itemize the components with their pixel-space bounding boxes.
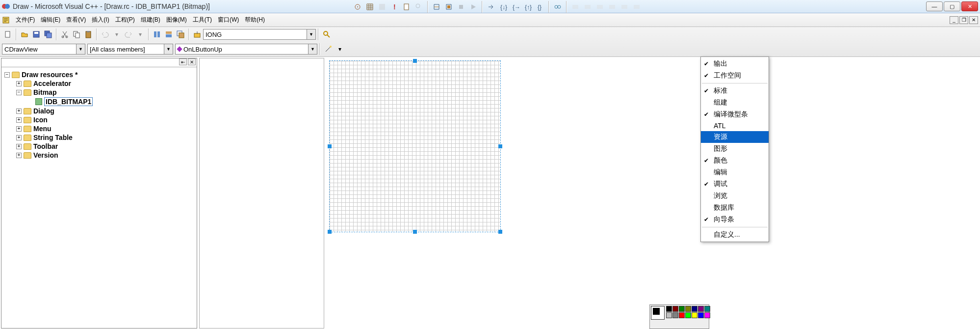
palette-color[interactable] bbox=[692, 312, 697, 318]
cm-color[interactable]: ✔颜色 bbox=[701, 155, 769, 166]
expand-icon[interactable]: + bbox=[16, 153, 22, 158]
mdi-minimize[interactable]: _ bbox=[950, 16, 958, 24]
palette-color[interactable] bbox=[679, 306, 685, 312]
dropdown-arrow-icon[interactable]: ▼ bbox=[164, 44, 173, 54]
tree-dialog[interactable]: + Dialog bbox=[16, 107, 194, 115]
palette-color[interactable] bbox=[666, 306, 672, 312]
info-button[interactable]: ! bbox=[388, 1, 400, 13]
tree-menu[interactable]: + Menu bbox=[16, 124, 194, 133]
palette-color[interactable] bbox=[692, 306, 697, 312]
cm-browse[interactable]: 浏览 bbox=[701, 190, 769, 202]
run-to-cursor-button[interactable]: {} bbox=[534, 1, 546, 13]
cm-graphics[interactable]: 图形 bbox=[701, 143, 769, 155]
members-combo[interactable]: [All class members] ▼ bbox=[87, 44, 173, 55]
menu-insert[interactable]: 插入(I) bbox=[89, 14, 112, 26]
dropdown-arrow-icon[interactable]: ▼ bbox=[307, 29, 315, 39]
palette-color[interactable] bbox=[704, 312, 710, 318]
cm-custom[interactable]: 自定义... bbox=[701, 229, 769, 241]
bitmap-canvas[interactable] bbox=[329, 60, 501, 232]
resize-handle-top[interactable] bbox=[413, 59, 417, 63]
cm-database[interactable]: 数据库 bbox=[701, 202, 769, 214]
palette-color[interactable] bbox=[698, 306, 704, 312]
palette-color[interactable] bbox=[679, 312, 685, 318]
palette-color[interactable] bbox=[685, 312, 691, 318]
quickwatch-button[interactable] bbox=[552, 1, 564, 13]
undo-button[interactable] bbox=[99, 28, 111, 40]
cm-workspace[interactable]: ✔工作空间 bbox=[701, 70, 769, 82]
mdi-close[interactable]: ✕ bbox=[969, 16, 978, 24]
tree-string-table[interactable]: + String Table bbox=[16, 133, 194, 142]
registers-button[interactable] bbox=[594, 1, 606, 13]
expand-icon[interactable]: + bbox=[16, 109, 22, 114]
step-over-button[interactable]: {→} bbox=[510, 1, 521, 13]
cm-debug[interactable]: ✔调试 bbox=[701, 178, 769, 190]
output-button[interactable] bbox=[163, 28, 175, 40]
save-button[interactable] bbox=[30, 28, 42, 40]
tree-toolbar[interactable]: + Toolbar bbox=[16, 142, 194, 151]
grid-button[interactable] bbox=[364, 1, 376, 13]
menu-window[interactable]: 窗口(W) bbox=[215, 14, 242, 26]
tree-accelerator[interactable]: + Accelerator bbox=[16, 79, 194, 88]
cm-standard[interactable]: ✔标准 bbox=[701, 85, 769, 97]
disassembly-button[interactable] bbox=[631, 1, 643, 13]
redo-button[interactable] bbox=[123, 28, 134, 40]
expand-icon[interactable]: + bbox=[16, 117, 22, 123]
menu-tools[interactable]: 工具(T) bbox=[190, 14, 215, 26]
compile-button[interactable] bbox=[431, 1, 442, 13]
cm-build[interactable]: 组建 bbox=[701, 97, 769, 109]
resize-handle-bottom-right[interactable] bbox=[498, 230, 502, 234]
collapse-icon[interactable]: − bbox=[4, 72, 10, 78]
new-image-button[interactable] bbox=[401, 1, 413, 13]
step-into-button[interactable]: {↓} bbox=[497, 1, 509, 13]
find-tool-icon[interactable] bbox=[191, 28, 203, 40]
menu-build[interactable]: 组建(B) bbox=[138, 14, 163, 26]
copy-button[interactable] bbox=[71, 28, 82, 40]
search-button[interactable] bbox=[321, 28, 333, 40]
build-button[interactable] bbox=[443, 1, 455, 13]
step-out-button[interactable]: {↑} bbox=[522, 1, 534, 13]
tree-bitmap[interactable]: − Bitmap bbox=[16, 88, 194, 97]
open-button[interactable] bbox=[19, 28, 30, 40]
resize-handle-left[interactable] bbox=[328, 144, 332, 148]
pixel-grid[interactable] bbox=[330, 61, 500, 232]
expand-icon[interactable]: + bbox=[16, 135, 22, 140]
new-button[interactable] bbox=[2, 28, 14, 40]
resize-handle-right[interactable] bbox=[498, 144, 502, 148]
callstack-button[interactable] bbox=[619, 1, 630, 13]
find-combo[interactable]: IONG ▼ bbox=[203, 29, 316, 40]
cm-wizard[interactable]: ✔向导条 bbox=[701, 214, 769, 225]
resource-tree[interactable]: − Draw resources * + Accelerator − Bitma… bbox=[1, 67, 197, 328]
tile-button[interactable] bbox=[376, 1, 388, 13]
menu-project[interactable]: 工程(P) bbox=[112, 14, 138, 26]
pane-pin-button[interactable]: ⇤ bbox=[179, 58, 187, 65]
cut-button[interactable] bbox=[59, 28, 71, 40]
current-colors[interactable] bbox=[651, 306, 665, 320]
redo-dropdown[interactable]: ▾ bbox=[134, 28, 146, 40]
class-combo[interactable]: CDrawView ▼ bbox=[2, 44, 85, 55]
set-hotspot-button[interactable] bbox=[352, 1, 363, 13]
function-combo[interactable]: OnLButtonUp ▼ bbox=[175, 44, 317, 55]
wizard-wand-button[interactable] bbox=[322, 43, 334, 55]
palette-color[interactable] bbox=[704, 306, 710, 312]
resize-handle-bottom[interactable] bbox=[413, 230, 417, 234]
expand-icon[interactable]: + bbox=[16, 144, 22, 149]
menu-help[interactable]: 帮助(H) bbox=[242, 14, 268, 26]
cm-atl[interactable]: ATL bbox=[701, 120, 769, 131]
magnify-button[interactable] bbox=[413, 1, 425, 13]
tree-root[interactable]: − Draw resources * bbox=[4, 70, 194, 79]
menu-view[interactable]: 查看(V) bbox=[63, 14, 89, 26]
mdi-restore[interactable]: ❐ bbox=[959, 16, 968, 24]
menu-file[interactable]: 文件(F) bbox=[13, 14, 38, 26]
dropdown-arrow-icon[interactable]: ▼ bbox=[308, 44, 317, 54]
wizard-dropdown[interactable]: ▾ bbox=[334, 43, 346, 55]
palette-color[interactable] bbox=[698, 312, 704, 318]
tree-version[interactable]: + Version bbox=[16, 151, 194, 160]
menu-image[interactable]: 图像(M) bbox=[163, 14, 190, 26]
pane-close-button[interactable]: ✕ bbox=[188, 58, 196, 65]
save-all-button[interactable] bbox=[42, 28, 54, 40]
resize-handle-bottom-left[interactable] bbox=[328, 230, 332, 234]
palette-color[interactable] bbox=[666, 312, 672, 318]
palette-color[interactable] bbox=[672, 312, 678, 318]
paste-button[interactable] bbox=[82, 28, 94, 40]
stop-build-button[interactable] bbox=[455, 1, 467, 13]
